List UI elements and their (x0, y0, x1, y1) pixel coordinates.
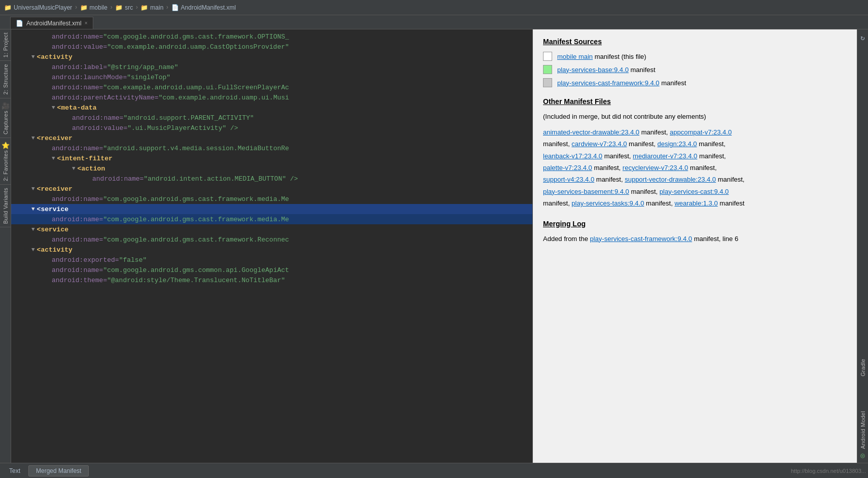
status-url: http://blog.csdn.net/u013803... (791, 468, 866, 474)
xml-line-1: android:name="com.google.android.gms.cas… (11, 31, 532, 42)
editor-area: android:name="com.google.android.gms.cas… (11, 29, 532, 463)
breadcrumb: 📁 UniversalMusicPlayer › 📁 mobile › 📁 sr… (0, 0, 868, 15)
xml-line-23: android:exported="false" (11, 255, 532, 265)
link-play-services-base[interactable]: play-services-base:9.4.0 (557, 66, 629, 74)
xml-line-6: android:name="com.example.android.uamp.u… (11, 82, 532, 92)
left-panel-strip: 1: Project 2: Structure 🎥 Captures ⭐ 2: … (0, 29, 11, 463)
build-variants-label: Build Variants (3, 188, 9, 224)
xml-line-3: ▼ <activity (11, 52, 532, 62)
xml-line-19: android:name="com.google.android.gms.cas… (11, 214, 532, 224)
tab-text[interactable]: Text (2, 465, 27, 476)
other-manifest-intro: (Included in merge, but did not contribu… (543, 112, 847, 122)
tab-merged-manifest[interactable]: Merged Manifest (28, 465, 89, 476)
link-support-v4[interactable]: support-v4:23.4.0 (543, 176, 594, 183)
structure-panel[interactable]: 2: Structure (0, 61, 11, 98)
merging-log-text: Added from the play-services-cast-framew… (543, 234, 847, 245)
link-play-basement[interactable]: play-services-basement:9.4.0 (543, 188, 629, 195)
breadcrumb-item-main[interactable]: 📁 main (140, 4, 163, 11)
xml-icon: 📄 (171, 4, 179, 11)
captures-icon: 🎥 (1, 101, 10, 111)
refresh-icon[interactable]: ↻ (858, 31, 866, 44)
captures-panel[interactable]: 🎥 Captures (0, 98, 11, 138)
link-leanback[interactable]: leanback-v17:23.4.0 (543, 152, 602, 160)
manifest-color-white (543, 52, 552, 61)
xml-line-14: ▼ <action (11, 163, 532, 174)
xml-line-10: android:value=".ui.MusicPlayerActivity" … (11, 123, 532, 133)
xml-line-13: ▼ <intent-filter (11, 153, 532, 163)
android-model-panel[interactable]: Android Model ◎ (857, 408, 868, 463)
link-support-vector[interactable]: support-vector-drawable:23.4.0 (625, 176, 716, 183)
other-manifest-links: animated-vector-drawable:23.4.0 manifest… (543, 126, 847, 210)
favorites-label: 2: Favorites (3, 150, 9, 181)
folder-icon-2: 📁 (80, 4, 88, 11)
favorites-panel[interactable]: ⭐ 2: Favorites (0, 138, 11, 185)
folder-icon-4: 📁 (140, 4, 148, 11)
link-play-cast[interactable]: play-services-cast:9.4.0 (660, 188, 729, 195)
structure-label: 2: Structure (3, 64, 9, 94)
xml-line-12: android:name="android.support.v4.media.s… (11, 143, 532, 153)
manifest-item-mobile: mobile main manifest (this file) (543, 52, 847, 61)
xml-line-15: android:name="android.intent.action.MEDI… (11, 174, 532, 184)
other-manifest-title: Other Manifest Files (543, 97, 847, 106)
breadcrumb-item-mobile[interactable]: 📁 mobile (80, 4, 107, 11)
android-model-label: Android Model (860, 411, 866, 449)
manifest-item-play-services-cast: play-services-cast-framework:9.4.0 manif… (543, 78, 847, 87)
link-design[interactable]: design:23.4.0 (657, 140, 697, 148)
xml-line-22: ▼ <activity (11, 245, 532, 255)
link-play-services-cast-framework[interactable]: play-services-cast-framework:9.4.0 (557, 79, 660, 87)
xml-line-9: android:name="android.support.PARENT_ACT… (11, 113, 532, 123)
captures-label: Captures (3, 111, 9, 134)
xml-line-20: ▼ <service (11, 224, 532, 234)
link-play-cast-framework-log[interactable]: play-services-cast-framework:9.4.0 (590, 235, 693, 243)
folder-icon: 📁 (4, 4, 12, 11)
tab-xml-icon: 📄 (16, 20, 23, 27)
link-wearable[interactable]: wearable:1.3.0 (674, 199, 717, 207)
merging-log-title: Merging Log (543, 220, 847, 228)
gradle-label: Gradle (860, 359, 866, 377)
gradle-panel[interactable]: Gradle (857, 356, 868, 380)
xml-line-8: ▼ <meta-data (11, 103, 532, 113)
android-model-icon: ◎ (860, 451, 864, 460)
xml-line-24: android:name="com.google.android.gms.com… (11, 265, 532, 275)
project-panel[interactable]: 1: Project (0, 29, 11, 61)
build-variants-panel[interactable]: Build Variants (0, 185, 11, 227)
manifest-sources-title: Manifest Sources (543, 38, 847, 46)
link-cardview[interactable]: cardview-v7:23.4.0 (571, 140, 627, 148)
project-label: 1: Project (3, 32, 9, 57)
xml-editor[interactable]: android:name="com.google.android.gms.cas… (11, 29, 532, 463)
xml-line-11: ▼ <receiver (11, 133, 532, 143)
tab-manifest[interactable]: 📄 AndroidManifest.xml × (10, 17, 93, 29)
right-panel: Manifest Sources mobile main manifest (t… (532, 29, 857, 463)
link-animated-vector[interactable]: animated-vector-drawable:23.4.0 (543, 128, 639, 136)
link-recyclerview[interactable]: recyclerview-v7:23.4.0 (623, 164, 688, 172)
xml-line-7: android:parentActivityName="com.example.… (11, 92, 532, 103)
link-palette[interactable]: palette-v7:23.4.0 (543, 164, 592, 172)
xml-line-16: ▼ <receiver (11, 184, 532, 194)
favorites-icon: ⭐ (1, 141, 10, 150)
xml-line-17: android:name="com.google.android.gms.cas… (11, 194, 532, 204)
link-play-tasks[interactable]: play-services-tasks:9.4.0 (571, 199, 644, 207)
tab-close-button[interactable]: × (85, 20, 88, 26)
xml-line-4: android:label="@string/app_name" (11, 62, 532, 72)
link-appcompat[interactable]: appcompat-v7:23.4.0 (670, 128, 732, 136)
link-mediarouter[interactable]: mediarouter-v7:23.4.0 (633, 152, 697, 160)
manifest-color-green (543, 65, 552, 74)
xml-line-5: android:launchMode="singleTop" (11, 72, 532, 82)
bottom-bar: Text Merged Manifest http://blog.csdn.ne… (0, 463, 868, 478)
tab-bar: 📄 AndroidManifest.xml × (0, 15, 868, 29)
xml-line-18-selected[interactable]: ▼ <service (11, 204, 532, 214)
right-tool-strip: ↻ Gradle Android Model ◎ (857, 29, 868, 463)
manifest-item-play-services-base: play-services-base:9.4.0 manifest (543, 65, 847, 74)
link-mobile-main[interactable]: mobile main (557, 53, 593, 60)
breadcrumb-item-project[interactable]: 📁 UniversalMusicPlayer (4, 4, 72, 11)
folder-icon-3: 📁 (115, 4, 123, 11)
xml-line-21: android:name="com.google.android.gms.cas… (11, 234, 532, 245)
manifest-color-gray (543, 78, 552, 87)
xml-line-2: android:value="com.example.android.uamp.… (11, 42, 532, 52)
breadcrumb-item-src[interactable]: 📁 src (115, 4, 133, 11)
breadcrumb-item-manifest[interactable]: 📄 AndroidManifest.xml (171, 4, 236, 11)
xml-line-25: android:theme="@android:style/Theme.Tran… (11, 275, 532, 285)
